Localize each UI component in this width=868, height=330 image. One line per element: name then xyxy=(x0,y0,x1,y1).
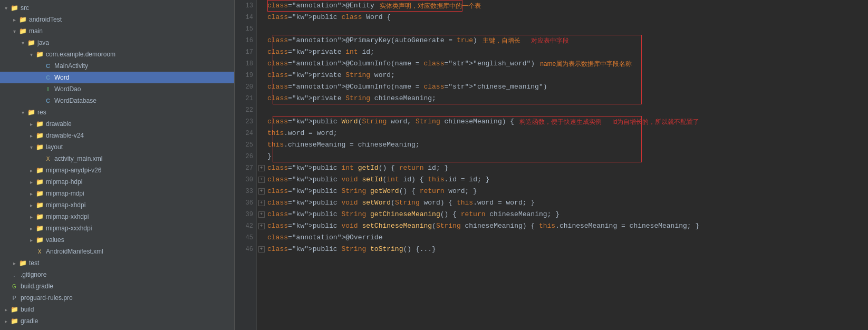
code-text: } xyxy=(267,151,272,162)
code-line: } xyxy=(267,151,868,162)
fold-button[interactable]: + xyxy=(258,211,265,218)
sidebar-item-WordDao[interactable]: IWordDao xyxy=(0,83,234,95)
tree-arrow: ▸ xyxy=(27,237,35,243)
sidebar-item-mipmap-xhdpi[interactable]: ▸📁mipmap-xhdpi xyxy=(0,199,234,211)
sidebar-item-java[interactable]: ▾📁java xyxy=(0,37,234,48)
file-tree[interactable]: ▾📁src▸📁androidTest▾📁main▾📁java▾📁com.exam… xyxy=(0,0,235,330)
code-line: class="kw">private String chineseMeaning… xyxy=(267,93,868,104)
line-number: 18 xyxy=(238,58,253,70)
gutter-cell xyxy=(257,151,267,162)
code-line: this.chineseMeaning = chineseMeaning; xyxy=(267,139,868,151)
line-number: 23 xyxy=(238,116,253,128)
gutter-cell: + xyxy=(257,197,267,209)
tree-arrow: ▾ xyxy=(19,110,26,115)
gutter-cell: + xyxy=(257,220,267,232)
tree-item-label: proguard-rules.pro xyxy=(21,294,232,302)
sidebar-item-build.gradle1[interactable]: Gbuild.gradle xyxy=(0,280,234,292)
tree-item-label: mipmap-xxxhdpi xyxy=(46,225,232,232)
tree-item-label: .gitignore xyxy=(21,271,232,278)
sidebar-item-res[interactable]: ▾📁res xyxy=(0,106,234,118)
sidebar-item-mipmap-xxhdpi[interactable]: ▸📁mipmap-xxhdpi xyxy=(0,211,234,222)
sidebar-item-values[interactable]: ▸📁values xyxy=(0,234,234,246)
sidebar-item-gradle[interactable]: ▸📁gradle xyxy=(0,315,234,327)
fold-button[interactable]: + xyxy=(258,246,265,253)
sidebar-item-MainActivity[interactable]: CMainActivity xyxy=(0,60,234,72)
line-numbers: 1314151617181920212223242526273033363942… xyxy=(235,0,257,330)
gutter-cell xyxy=(257,0,267,12)
tree-item-label: mipmap-mdpi xyxy=(46,190,232,197)
sidebar-item-com.example.demoroom[interactable]: ▾📁com.example.demoroom xyxy=(0,48,234,60)
sidebar-item-androidTest[interactable]: ▸📁androidTest xyxy=(0,14,234,25)
fold-button[interactable]: + xyxy=(258,165,265,171)
chinese-comment: name属为表示数据库中字段名称 xyxy=(540,58,632,70)
code-text: class="kw">public String toString() {...… xyxy=(267,244,436,255)
line-number: 42 xyxy=(238,220,253,232)
fold-button[interactable]: + xyxy=(258,177,265,183)
fold-button[interactable]: + xyxy=(258,188,265,195)
tree-arrow: ▾ xyxy=(11,28,18,34)
tree-arrow: ▾ xyxy=(27,144,35,150)
folder-icon: 📁 xyxy=(35,225,44,232)
sidebar-item-.gitignore2[interactable]: ..gitignore xyxy=(0,327,234,330)
tree-item-label: com.example.demoroom xyxy=(46,51,232,58)
folder-icon: 📁 xyxy=(35,51,44,58)
tree-arrow: ▸ xyxy=(27,226,35,231)
code-line: class="annotation">@ColumnInfo(name = cl… xyxy=(267,58,868,70)
tree-item-label: WordDao xyxy=(54,85,232,93)
sidebar-item-.gitignore[interactable]: ..gitignore xyxy=(0,269,234,280)
sidebar-item-main[interactable]: ▾📁main xyxy=(0,25,234,37)
tree-arrow: ▸ xyxy=(27,168,35,173)
chinese-comment-2: 对应表中字段 xyxy=(531,35,569,46)
tree-arrow: ▸ xyxy=(27,191,35,197)
sidebar-item-mipmap-xxxhdpi[interactable]: ▸📁mipmap-xxxhdpi xyxy=(0,222,234,234)
interface-icon: I xyxy=(43,85,53,93)
folder-icon: 📁 xyxy=(26,109,36,116)
gutter-cell xyxy=(257,12,267,23)
sidebar-item-layout[interactable]: ▾📁layout xyxy=(0,141,234,153)
line-number: 21 xyxy=(238,93,253,104)
code-text: class="kw">public void setChineseMeaning… xyxy=(267,220,699,232)
sidebar-item-AndroidManifest.xml[interactable]: XAndroidManifest.xml xyxy=(0,246,234,257)
sidebar-item-drawable[interactable]: ▸📁drawable xyxy=(0,118,234,130)
line-number: 45 xyxy=(238,232,253,244)
gutter-cell xyxy=(257,104,267,116)
sidebar-item-test[interactable]: ▸📁test xyxy=(0,257,234,269)
code-text: class="kw">public void setWord(String wo… xyxy=(267,197,535,209)
sidebar-item-drawable-v24[interactable]: ▸📁drawable-v24 xyxy=(0,130,234,141)
tree-arrow: ▾ xyxy=(2,5,9,11)
code-line: class="kw">private int id; xyxy=(267,46,868,58)
sidebar-item-build[interactable]: ▸📁build xyxy=(0,304,234,315)
gutter-cell xyxy=(257,93,267,104)
tree-arrow: ▸ xyxy=(27,202,35,208)
fold-button[interactable]: + xyxy=(258,223,265,229)
gutter-cell: + xyxy=(257,162,267,174)
gutter-cell xyxy=(257,81,267,93)
gutter-cell xyxy=(257,70,267,81)
sidebar-item-WordDatabase[interactable]: CWordDatabase xyxy=(0,95,234,106)
folder-icon: 📁 xyxy=(35,167,44,174)
sidebar-item-Word[interactable]: CWord xyxy=(0,72,234,83)
gutter-cell: + xyxy=(257,174,267,186)
sidebar-item-mipmap-mdpi[interactable]: ▸📁mipmap-mdpi xyxy=(0,188,234,199)
tree-arrow: ▸ xyxy=(2,307,9,313)
gutter-cell xyxy=(257,58,267,70)
fold-button[interactable]: + xyxy=(258,200,265,206)
sidebar-item-activity_main.xml[interactable]: Xactivity_main.xml xyxy=(0,153,234,164)
gutter-cell xyxy=(257,35,267,46)
gradle-icon: G xyxy=(9,283,19,290)
line-number: 46 xyxy=(238,244,253,255)
tree-arrow: ▸ xyxy=(11,17,18,23)
sidebar-item-proguard-rules.pro[interactable]: Pproguard-rules.pro xyxy=(0,292,234,304)
line-number: 36 xyxy=(238,197,253,209)
sidebar-item-mipmap-hdpi[interactable]: ▸📁mipmap-hdpi xyxy=(0,176,234,188)
tree-item-label: build xyxy=(21,306,232,313)
code-text: class="annotation">@Override xyxy=(267,232,382,244)
code-line: class="kw">public class Word { xyxy=(267,12,868,23)
tree-arrow: ▸ xyxy=(2,318,9,324)
tree-item-label: java xyxy=(37,39,232,46)
tree-item-label: Word xyxy=(54,74,232,81)
tree-arrow: ▸ xyxy=(11,260,18,266)
sidebar-item-src[interactable]: ▾📁src xyxy=(0,2,234,14)
xml-icon: X xyxy=(43,155,53,162)
sidebar-item-mipmap-anydpi-v26[interactable]: ▸📁mipmap-anydpi-v26 xyxy=(0,164,234,176)
